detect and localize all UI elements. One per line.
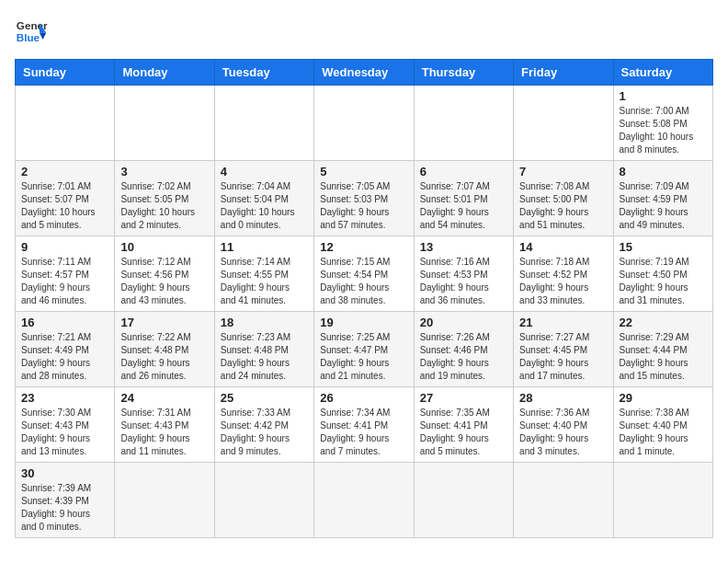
day-number: 13 bbox=[420, 240, 507, 254]
day-number: 7 bbox=[519, 165, 607, 178]
calendar-cell: 19Sunrise: 7:25 AM Sunset: 4:47 PM Dayli… bbox=[314, 312, 414, 387]
day-number: 19 bbox=[320, 316, 407, 329]
day-number: 8 bbox=[620, 165, 707, 178]
day-number: 14 bbox=[519, 240, 607, 254]
day-number: 22 bbox=[620, 316, 707, 329]
calendar-cell bbox=[514, 86, 613, 161]
calendar-cell bbox=[514, 463, 613, 538]
day-number: 1 bbox=[620, 89, 707, 103]
day-info: Sunrise: 7:12 AM Sunset: 4:56 PM Dayligh… bbox=[120, 256, 208, 307]
day-info: Sunrise: 7:16 AM Sunset: 4:53 PM Dayligh… bbox=[420, 256, 507, 307]
day-info: Sunrise: 7:02 AM Sunset: 5:05 PM Dayligh… bbox=[120, 180, 208, 232]
calendar-week-row: 30Sunrise: 7:39 AM Sunset: 4:39 PM Dayli… bbox=[16, 463, 713, 538]
svg-marker-3 bbox=[40, 33, 46, 40]
calendar-cell: 18Sunrise: 7:23 AM Sunset: 4:48 PM Dayli… bbox=[214, 312, 313, 387]
calendar-cell: 12Sunrise: 7:15 AM Sunset: 4:54 PM Dayli… bbox=[314, 236, 414, 312]
day-info: Sunrise: 7:00 AM Sunset: 5:08 PM Dayligh… bbox=[620, 105, 707, 156]
calendar-cell bbox=[314, 463, 414, 538]
day-number: 16 bbox=[21, 316, 108, 329]
calendar-cell: 2Sunrise: 7:01 AM Sunset: 5:07 PM Daylig… bbox=[16, 161, 115, 236]
calendar-cell: 25Sunrise: 7:33 AM Sunset: 4:42 PM Dayli… bbox=[214, 387, 313, 463]
weekday-header-thursday: Thursday bbox=[414, 60, 513, 86]
calendar-cell: 11Sunrise: 7:14 AM Sunset: 4:55 PM Dayli… bbox=[214, 236, 313, 312]
day-info: Sunrise: 7:22 AM Sunset: 4:48 PM Dayligh… bbox=[120, 331, 208, 383]
calendar-cell: 24Sunrise: 7:31 AM Sunset: 4:43 PM Dayli… bbox=[115, 387, 214, 463]
day-info: Sunrise: 7:04 AM Sunset: 5:04 PM Dayligh… bbox=[221, 180, 308, 232]
calendar-cell: 21Sunrise: 7:27 AM Sunset: 4:45 PM Dayli… bbox=[514, 312, 613, 387]
calendar-cell bbox=[314, 86, 414, 161]
day-info: Sunrise: 7:33 AM Sunset: 4:42 PM Dayligh… bbox=[221, 407, 308, 458]
calendar-cell: 22Sunrise: 7:29 AM Sunset: 4:44 PM Dayli… bbox=[613, 312, 712, 387]
day-info: Sunrise: 7:38 AM Sunset: 4:40 PM Dayligh… bbox=[620, 407, 707, 458]
calendar-cell: 5Sunrise: 7:05 AM Sunset: 5:03 PM Daylig… bbox=[314, 161, 414, 236]
day-number: 6 bbox=[420, 165, 507, 178]
calendar-cell: 10Sunrise: 7:12 AM Sunset: 4:56 PM Dayli… bbox=[115, 236, 214, 312]
logo-icon: General Blue bbox=[15, 15, 48, 48]
svg-text:Blue: Blue bbox=[17, 31, 40, 43]
calendar-cell: 3Sunrise: 7:02 AM Sunset: 5:05 PM Daylig… bbox=[115, 161, 214, 236]
day-number: 4 bbox=[221, 165, 308, 178]
day-info: Sunrise: 7:14 AM Sunset: 4:55 PM Dayligh… bbox=[221, 256, 308, 307]
calendar-cell: 9Sunrise: 7:11 AM Sunset: 4:57 PM Daylig… bbox=[16, 236, 115, 312]
calendar-cell bbox=[613, 463, 712, 538]
calendar-cell bbox=[16, 86, 115, 161]
day-number: 10 bbox=[120, 240, 208, 254]
day-number: 18 bbox=[221, 316, 308, 329]
day-number: 30 bbox=[21, 466, 108, 480]
day-info: Sunrise: 7:27 AM Sunset: 4:45 PM Dayligh… bbox=[519, 331, 607, 383]
day-info: Sunrise: 7:29 AM Sunset: 4:44 PM Dayligh… bbox=[620, 331, 707, 383]
day-info: Sunrise: 7:18 AM Sunset: 4:52 PM Dayligh… bbox=[519, 256, 607, 307]
calendar-cell: 7Sunrise: 7:08 AM Sunset: 5:00 PM Daylig… bbox=[514, 161, 613, 236]
calendar-cell: 15Sunrise: 7:19 AM Sunset: 4:50 PM Dayli… bbox=[613, 236, 712, 312]
day-number: 15 bbox=[620, 240, 707, 254]
day-number: 2 bbox=[21, 165, 108, 178]
calendar-cell bbox=[115, 463, 214, 538]
calendar-cell bbox=[414, 463, 513, 538]
weekday-header-friday: Friday bbox=[514, 60, 613, 86]
calendar-cell bbox=[214, 463, 313, 538]
calendar-cell: 16Sunrise: 7:21 AM Sunset: 4:49 PM Dayli… bbox=[16, 312, 115, 387]
calendar-cell: 1Sunrise: 7:00 AM Sunset: 5:08 PM Daylig… bbox=[613, 86, 712, 161]
calendar-cell bbox=[214, 86, 313, 161]
day-number: 25 bbox=[221, 391, 308, 405]
day-info: Sunrise: 7:15 AM Sunset: 4:54 PM Dayligh… bbox=[320, 256, 407, 307]
day-info: Sunrise: 7:11 AM Sunset: 4:57 PM Dayligh… bbox=[21, 256, 108, 307]
day-number: 11 bbox=[221, 240, 308, 254]
day-info: Sunrise: 7:34 AM Sunset: 4:41 PM Dayligh… bbox=[320, 407, 407, 458]
calendar-cell bbox=[414, 86, 513, 161]
day-info: Sunrise: 7:08 AM Sunset: 5:00 PM Dayligh… bbox=[519, 180, 607, 232]
calendar-week-row: 2Sunrise: 7:01 AM Sunset: 5:07 PM Daylig… bbox=[16, 161, 713, 236]
weekday-header-sunday: Sunday bbox=[16, 60, 115, 86]
calendar-cell: 6Sunrise: 7:07 AM Sunset: 5:01 PM Daylig… bbox=[414, 161, 513, 236]
day-number: 23 bbox=[21, 391, 108, 405]
calendar-table: SundayMondayTuesdayWednesdayThursdayFrid… bbox=[15, 59, 713, 538]
header: General Blue bbox=[15, 15, 713, 48]
day-number: 28 bbox=[519, 391, 607, 405]
calendar-cell: 28Sunrise: 7:36 AM Sunset: 4:40 PM Dayli… bbox=[514, 387, 613, 463]
day-number: 5 bbox=[320, 165, 407, 178]
logo: General Blue bbox=[15, 15, 48, 48]
day-info: Sunrise: 7:23 AM Sunset: 4:48 PM Dayligh… bbox=[221, 331, 308, 383]
day-number: 3 bbox=[120, 165, 208, 178]
calendar-cell bbox=[115, 86, 214, 161]
day-info: Sunrise: 7:19 AM Sunset: 4:50 PM Dayligh… bbox=[620, 256, 707, 307]
day-info: Sunrise: 7:07 AM Sunset: 5:01 PM Dayligh… bbox=[420, 180, 507, 232]
day-number: 12 bbox=[320, 240, 407, 254]
day-number: 27 bbox=[420, 391, 507, 405]
day-info: Sunrise: 7:31 AM Sunset: 4:43 PM Dayligh… bbox=[120, 407, 208, 458]
day-number: 24 bbox=[120, 391, 208, 405]
day-info: Sunrise: 7:30 AM Sunset: 4:43 PM Dayligh… bbox=[21, 407, 108, 458]
day-info: Sunrise: 7:35 AM Sunset: 4:41 PM Dayligh… bbox=[420, 407, 507, 458]
calendar-cell: 14Sunrise: 7:18 AM Sunset: 4:52 PM Dayli… bbox=[514, 236, 613, 312]
calendar-cell: 4Sunrise: 7:04 AM Sunset: 5:04 PM Daylig… bbox=[214, 161, 313, 236]
weekday-header-monday: Monday bbox=[115, 60, 214, 86]
day-info: Sunrise: 7:26 AM Sunset: 4:46 PM Dayligh… bbox=[420, 331, 507, 383]
calendar-week-row: 23Sunrise: 7:30 AM Sunset: 4:43 PM Dayli… bbox=[16, 387, 713, 463]
day-number: 29 bbox=[620, 391, 707, 405]
weekday-header-wednesday: Wednesday bbox=[314, 60, 414, 86]
calendar-cell: 23Sunrise: 7:30 AM Sunset: 4:43 PM Dayli… bbox=[16, 387, 115, 463]
calendar-cell: 13Sunrise: 7:16 AM Sunset: 4:53 PM Dayli… bbox=[414, 236, 513, 312]
weekday-header-tuesday: Tuesday bbox=[214, 60, 313, 86]
calendar-cell: 27Sunrise: 7:35 AM Sunset: 4:41 PM Dayli… bbox=[414, 387, 513, 463]
calendar-cell: 26Sunrise: 7:34 AM Sunset: 4:41 PM Dayli… bbox=[314, 387, 414, 463]
